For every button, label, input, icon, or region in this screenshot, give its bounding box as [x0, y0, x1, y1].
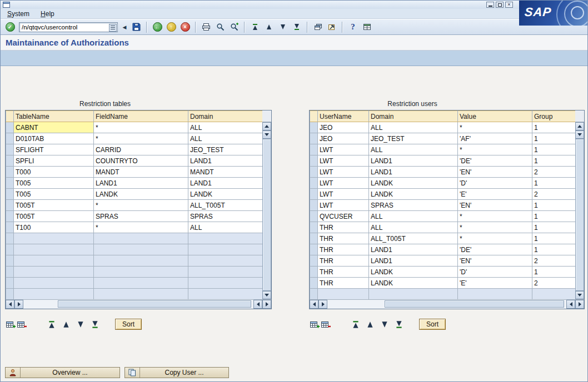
- cell[interactable]: LAND1: [369, 167, 458, 178]
- insert-row-button[interactable]: [309, 319, 320, 330]
- cell[interactable]: THR: [318, 278, 369, 289]
- last-page-button[interactable]: [393, 319, 405, 330]
- cell[interactable]: 2: [532, 189, 576, 200]
- cell[interactable]: [14, 289, 94, 300]
- row-selector[interactable]: [310, 289, 318, 300]
- row-selector[interactable]: [310, 200, 318, 211]
- vertical-scrollbar[interactable]: [262, 110, 271, 299]
- cell[interactable]: THR: [318, 233, 369, 244]
- row-selector[interactable]: [6, 222, 14, 233]
- cell[interactable]: [188, 255, 263, 267]
- cell[interactable]: SFLIGHT: [14, 144, 94, 155]
- scroll-down-button[interactable]: [575, 130, 584, 139]
- column-header-username[interactable]: UserName: [318, 111, 369, 122]
- cell[interactable]: JEO_TEST: [369, 133, 458, 144]
- cell[interactable]: LWT: [318, 167, 369, 178]
- cell[interactable]: ALL: [369, 222, 458, 233]
- row-selector[interactable]: [6, 133, 14, 144]
- cell[interactable]: SPRAS: [188, 211, 263, 222]
- cell[interactable]: *: [94, 200, 188, 211]
- previous-page-button[interactable]: [61, 319, 72, 330]
- column-header-tablename[interactable]: TableName: [14, 111, 94, 122]
- cell[interactable]: D010TAB: [14, 133, 94, 144]
- cell[interactable]: [94, 233, 188, 244]
- cell[interactable]: LANDK: [369, 278, 458, 289]
- column-header-fieldname[interactable]: FieldName: [94, 111, 188, 122]
- cell[interactable]: *: [94, 133, 188, 144]
- cell[interactable]: 1: [532, 244, 576, 255]
- cell[interactable]: *: [458, 122, 532, 133]
- cell[interactable]: *: [94, 122, 188, 133]
- row-selector[interactable]: [6, 155, 14, 167]
- scroll-bottom-button[interactable]: [262, 291, 271, 299]
- cell[interactable]: SPFLI: [14, 155, 94, 167]
- row-selector[interactable]: [310, 278, 318, 289]
- save-button[interactable]: [130, 21, 142, 33]
- scrollbar-track[interactable]: [327, 300, 566, 309]
- cell[interactable]: [94, 267, 188, 278]
- scroll-up-button[interactable]: [575, 122, 584, 130]
- command-history-button[interactable]: [109, 24, 117, 32]
- cell[interactable]: ALL: [369, 211, 458, 222]
- cell[interactable]: 1: [532, 155, 576, 167]
- maximize-button[interactable]: [496, 2, 504, 8]
- scroll-left-end-button[interactable]: [253, 300, 262, 309]
- row-selector[interactable]: [310, 122, 318, 133]
- scrollbar-track[interactable]: [23, 300, 253, 309]
- next-page-button[interactable]: [277, 21, 289, 33]
- cell[interactable]: 2: [532, 167, 576, 178]
- cell[interactable]: MANDT: [94, 167, 188, 178]
- cell[interactable]: 1: [532, 133, 576, 144]
- cell[interactable]: ALL: [369, 144, 458, 155]
- first-page-button[interactable]: [249, 21, 261, 33]
- command-input[interactable]: [19, 22, 118, 32]
- row-selector[interactable]: [310, 222, 318, 233]
- column-header-domain[interactable]: Domain: [188, 111, 263, 122]
- cell[interactable]: 2: [532, 278, 576, 289]
- cell[interactable]: LANDK: [369, 189, 458, 200]
- first-page-button[interactable]: [350, 319, 361, 330]
- cell[interactable]: 1: [532, 267, 576, 278]
- cell[interactable]: LWT: [318, 144, 369, 155]
- cell[interactable]: COUNTRYTO: [94, 155, 188, 167]
- enter-button[interactable]: ✓: [4, 21, 16, 33]
- column-header-value[interactable]: Value: [458, 111, 532, 122]
- scrollbar-track[interactable]: [262, 139, 271, 291]
- cell[interactable]: LANDK: [188, 189, 263, 200]
- row-selector[interactable]: [310, 189, 318, 200]
- cell[interactable]: [14, 267, 94, 278]
- cell[interactable]: T005: [14, 178, 94, 189]
- row-selector[interactable]: [6, 233, 14, 244]
- row-selector[interactable]: [6, 178, 14, 189]
- scroll-up-button[interactable]: [262, 122, 271, 130]
- next-page-button[interactable]: [379, 319, 390, 330]
- row-selector[interactable]: [310, 233, 318, 244]
- horizontal-scrollbar[interactable]: [310, 299, 584, 309]
- row-selector[interactable]: [310, 211, 318, 222]
- cell[interactable]: LWT: [318, 189, 369, 200]
- cell[interactable]: 'EN': [458, 255, 532, 267]
- scroll-left-button[interactable]: [6, 300, 14, 309]
- print-button[interactable]: [200, 21, 212, 33]
- cell[interactable]: *: [458, 144, 532, 155]
- row-selector[interactable]: [6, 255, 14, 267]
- cell[interactable]: SPRAS: [369, 200, 458, 211]
- overview-button[interactable]: Overview ...: [5, 367, 120, 378]
- minimize-button[interactable]: [486, 2, 494, 8]
- row-selector[interactable]: [310, 144, 318, 155]
- cell[interactable]: T005T: [14, 211, 94, 222]
- select-all-corner[interactable]: [310, 111, 318, 122]
- copy-user-button[interactable]: Copy User ...: [124, 367, 229, 378]
- cell[interactable]: THR: [318, 255, 369, 267]
- cell[interactable]: [14, 244, 94, 255]
- new-session-button[interactable]: [312, 21, 324, 33]
- cell[interactable]: LAND1: [369, 155, 458, 167]
- scroll-right-button[interactable]: [318, 300, 327, 309]
- cell[interactable]: 'DE': [458, 155, 532, 167]
- cell[interactable]: *: [94, 222, 188, 233]
- cell[interactable]: LANDK: [94, 189, 188, 200]
- cell[interactable]: LANDK: [369, 178, 458, 189]
- cell[interactable]: 'E': [458, 278, 532, 289]
- previous-page-button[interactable]: [263, 21, 275, 33]
- cell[interactable]: LWT: [318, 200, 369, 211]
